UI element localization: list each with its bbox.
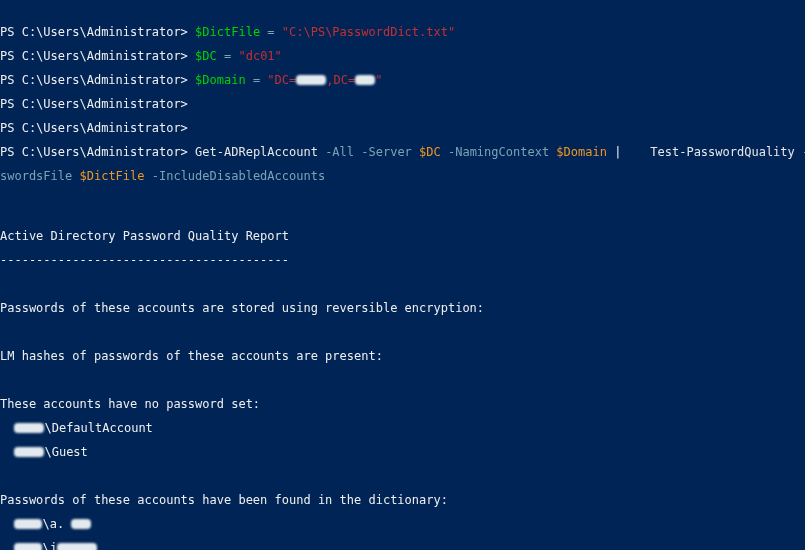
param: swordsFile (0, 169, 79, 183)
ps-prompt: PS C:\Users\Administrator> (0, 49, 195, 63)
redacted-text (14, 423, 44, 433)
account-row: \Guest (0, 446, 805, 458)
param: -NamingContext (441, 145, 557, 159)
history-line: PS C:\Users\Administrator> (0, 122, 805, 134)
history-line: PS C:\Users\Administrator> (0, 98, 805, 110)
string-literal: "DC= (267, 73, 296, 87)
ps-prompt: PS C:\Users\Administrator> (0, 145, 195, 159)
variable: $DC (195, 49, 217, 63)
variable-ref: $Domain (556, 145, 607, 159)
string-literal: "C:\PS\PasswordDict.txt" (282, 25, 455, 39)
redacted-text (296, 75, 326, 85)
history-continuation: swordsFile $DictFile -IncludeDisabledAcc… (0, 170, 805, 182)
blank-line (0, 326, 805, 338)
variable-ref: $DC (419, 145, 441, 159)
string-literal: ,DC= (326, 73, 355, 87)
account-row: \a. (0, 518, 805, 530)
ps-prompt: PS C:\Users\Administrator> (0, 97, 195, 111)
param: -WeakPas (795, 145, 805, 159)
report-separator: ---------------------------------------- (0, 254, 805, 266)
operator: = (260, 25, 282, 39)
blank-line (0, 470, 805, 482)
pipe: | (607, 145, 650, 159)
section-dictionary: Passwords of these accounts have been fo… (0, 494, 805, 506)
redacted-text (355, 75, 375, 85)
section-reversible: Passwords of these accounts are stored u… (0, 302, 805, 314)
param: -IncludeDisabledAccounts (145, 169, 326, 183)
operator: = (217, 49, 239, 63)
blank-line (0, 278, 805, 290)
redacted-text (71, 519, 91, 529)
ps-prompt: PS C:\Users\Administrator> (0, 25, 195, 39)
history-line: PS C:\Users\Administrator> $DC = "dc01" (0, 50, 805, 62)
section-no-password: These accounts have no password set: (0, 398, 805, 410)
account-prefix: \a. (42, 517, 64, 531)
ps-prompt: PS C:\Users\Administrator> (0, 121, 195, 135)
account-name: DefaultAccount (52, 421, 153, 435)
powershell-console[interactable]: PS C:\Users\Administrator> $DictFile = "… (0, 0, 805, 550)
string-literal: "dc01" (238, 49, 281, 63)
account-name: Guest (52, 445, 88, 459)
blank-line (0, 374, 805, 386)
blank-line (0, 194, 805, 206)
variable-ref: $DictFile (79, 169, 144, 183)
command: Get-ADReplAccount (195, 145, 318, 159)
variable: $Domain (195, 73, 246, 87)
command: Test-PasswordQuality (650, 145, 795, 159)
ps-prompt: PS C:\Users\Administrator> (0, 73, 195, 87)
redacted-text (14, 519, 42, 529)
redacted-text (14, 543, 42, 550)
history-line: PS C:\Users\Administrator> $DictFile = "… (0, 26, 805, 38)
history-line: PS C:\Users\Administrator> $Domain = "DC… (0, 74, 805, 86)
report-title: Active Directory Password Quality Report (0, 230, 805, 242)
operator: = (246, 73, 268, 87)
history-line: PS C:\Users\Administrator> Get-ADReplAcc… (0, 146, 805, 158)
variable: $DictFile (195, 25, 260, 39)
redacted-text (14, 447, 44, 457)
redacted-text (57, 543, 97, 550)
account-row: \j (0, 542, 805, 550)
section-lm-hashes: LM hashes of passwords of these accounts… (0, 350, 805, 362)
account-row: \DefaultAccount (0, 422, 805, 434)
account-prefix: \j (42, 541, 56, 550)
string-literal: " (375, 73, 382, 87)
param: -All -Server (318, 145, 419, 159)
